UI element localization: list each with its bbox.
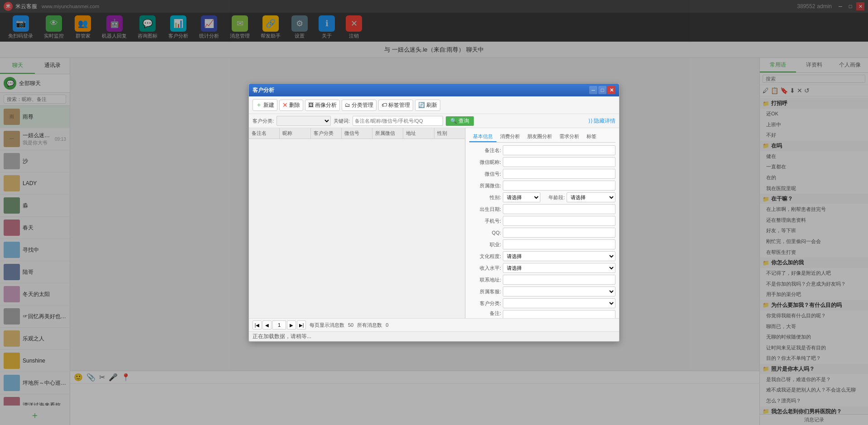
gender-select[interactable]: 请选择 男 女 [503, 192, 540, 202]
phone-input[interactable] [503, 216, 615, 226]
category-mgmt-button[interactable]: 🗂 分类管理 [342, 100, 377, 111]
age-select[interactable]: 请选择 [567, 192, 615, 202]
form-row-note: 备注: [469, 310, 615, 318]
remark-input[interactable] [503, 145, 615, 155]
qq-input[interactable] [503, 228, 615, 238]
form-row-education: 文化程度: 请选择 [469, 251, 615, 261]
modal-table-header: 备注名 昵称 客户分类 微信号 所属微信 地址 性别 [249, 128, 465, 139]
customer-group-select[interactable] [503, 287, 615, 296]
th-nickname: 昵称 [280, 128, 310, 138]
new-button[interactable]: ＋ 新建 [253, 99, 277, 111]
form-row-income: 收入水平: 请选择 [469, 263, 615, 273]
new-label: 新建 [263, 101, 274, 109]
wechat-nick-label: 微信昵称: [469, 159, 501, 166]
page-nav: |◀ ◀ ▶ ▶| [253, 320, 306, 329]
note-label: 备注: [469, 310, 501, 317]
gender-label: 性别: [469, 194, 501, 201]
toggle-icon: ⟩⟩ [588, 118, 593, 124]
belong-input[interactable] [503, 181, 615, 191]
note-textarea[interactable] [503, 310, 615, 318]
modal-titlebar: 客户分析 ─ □ ✕ [249, 84, 619, 96]
modal-filter: 客户分类: 关键词: 🔍 查询 ⟩⟩ 隐藏详情 [249, 114, 619, 128]
wechat-nick-input[interactable] [503, 157, 615, 167]
detail-tab-basic[interactable]: 基本信息 [469, 132, 496, 142]
page-number-input[interactable] [272, 320, 286, 329]
wechat-no-label: 微信号: [469, 171, 501, 177]
search-btn-label: 查询 [458, 117, 469, 125]
occupation-input[interactable] [503, 239, 615, 249]
th-gender: 性别 [434, 128, 465, 138]
modal-overlay: 客户分析 ─ □ ✕ ＋ 新建 ✕ 删除 🖼 画像分析 🗂 分类管理 [0, 0, 868, 425]
modal-maximize-button[interactable]: □ [598, 86, 606, 94]
modal-close-button[interactable]: ✕ [607, 86, 615, 94]
birthday-label: 出生日期: [469, 206, 501, 213]
modal-pagination: |◀ ◀ ▶ ▶| 每页显示消息数 50 所有消息数 0 [249, 318, 619, 331]
refresh-icon: 🔄 [418, 102, 425, 108]
detail-form: 备注名: 微信昵称: 微信号: 所属微信: [469, 145, 615, 318]
category-mgmt-label: 分类管理 [352, 101, 373, 109]
th-category: 客户分类 [311, 128, 342, 138]
detail-tab-friends[interactable]: 朋友圈分析 [524, 132, 556, 142]
customer-type-select[interactable] [503, 298, 615, 308]
income-label: 收入水平: [469, 265, 501, 272]
category-icon: 🗂 [345, 102, 350, 108]
form-row-wechat-nick: 微信昵称: [469, 157, 615, 167]
address-label: 联系地址: [469, 277, 501, 283]
education-select[interactable]: 请选择 [503, 251, 615, 261]
total-label: 所有消息数 [357, 322, 382, 329]
tag-mgmt-label: 标签管理 [388, 101, 410, 109]
modal-table-left: 备注名 昵称 客户分类 微信号 所属微信 地址 性别 [249, 128, 465, 318]
detail-tab-consume[interactable]: 消费分析 [496, 132, 524, 142]
form-row-belong: 所属微信: [469, 181, 615, 191]
add-icon: ＋ [256, 101, 262, 109]
last-page-button[interactable]: ▶| [297, 320, 306, 329]
first-page-button[interactable]: |◀ [253, 320, 262, 329]
tag-icon: 🏷 [382, 102, 387, 108]
tag-mgmt-button[interactable]: 🏷 标签管理 [378, 100, 413, 111]
customer-group-label: 所属客服: [469, 288, 501, 295]
detail-tab-needs[interactable]: 需求分析 [556, 132, 583, 142]
modal-table: 备注名 昵称 客户分类 微信号 所属微信 地址 性别 基本信息 消费分析 朋友圈… [249, 128, 619, 318]
phone-label: 手机号: [469, 218, 501, 224]
th-address: 地址 [403, 128, 434, 138]
form-row-gender-age: 性别: 请选择 男 女 年龄段: 请选择 [469, 192, 615, 202]
remark-label: 备注名: [469, 147, 501, 154]
form-row-address: 联系地址: [469, 275, 615, 285]
category-filter-select[interactable] [277, 116, 331, 126]
detail-toggle-button[interactable]: ⟩⟩ 隐藏详情 [588, 117, 615, 125]
customer-analysis-modal: 客户分析 ─ □ ✕ ＋ 新建 ✕ 删除 🖼 画像分析 🗂 分类管理 [248, 83, 620, 342]
image-analysis-button[interactable]: 🖼 画像分析 [305, 100, 340, 111]
image-icon: 🖼 [308, 102, 314, 108]
delete-label: 删除 [289, 101, 300, 109]
detail-tabs: 基本信息 消费分析 朋友圈分析 需求分析 标签 [469, 132, 615, 143]
age-label: 年龄段: [542, 194, 565, 201]
refresh-button[interactable]: 🔄 刷新 [415, 100, 440, 111]
total-value: 0 [386, 322, 388, 328]
delete-icon: ✕ [282, 101, 288, 109]
th-belong: 所属微信 [372, 128, 403, 138]
form-row-birthday: 出生日期: [469, 204, 615, 214]
wechat-no-input[interactable] [503, 169, 615, 179]
detail-tab-tags[interactable]: 标签 [583, 132, 600, 142]
prev-page-button[interactable]: ◀ [262, 320, 272, 329]
page-size-value: 50 [348, 322, 353, 328]
modal-minimize-button[interactable]: ─ [589, 86, 597, 94]
next-page-button[interactable]: ▶ [287, 320, 296, 329]
page-size-label: 每页显示消息数 [310, 322, 344, 329]
birthday-input[interactable] [503, 204, 615, 214]
form-row-wechat-no: 微信号: [469, 169, 615, 179]
address-input[interactable] [503, 275, 615, 285]
image-analysis-label: 画像分析 [315, 101, 337, 109]
toggle-label: 隐藏详情 [594, 117, 615, 125]
search-query-button[interactable]: 🔍 查询 [446, 116, 474, 126]
modal-toolbar: ＋ 新建 ✕ 删除 🖼 画像分析 🗂 分类管理 🏷 标签管理 🔄 刷新 [249, 96, 619, 114]
form-row-customer-type: 客户分类: [469, 298, 615, 308]
income-select[interactable]: 请选择 [503, 263, 615, 273]
form-row-remark: 备注名: [469, 145, 615, 155]
education-label: 文化程度: [469, 253, 501, 260]
keyword-filter-input[interactable] [353, 116, 443, 126]
search-icon: 🔍 [450, 118, 457, 124]
modal-status: 正在加载数据，请稍等... [249, 331, 619, 341]
form-row-qq: QQ: [469, 228, 615, 238]
delete-button[interactable]: ✕ 删除 [279, 100, 303, 111]
